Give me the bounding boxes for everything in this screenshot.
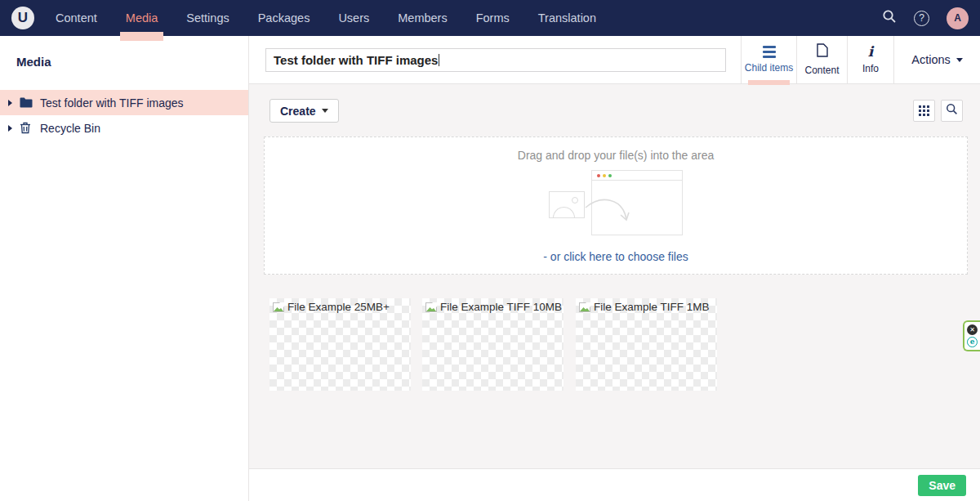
expand-caret-icon[interactable]	[8, 100, 12, 106]
broken-image-icon	[578, 301, 591, 317]
grid-view-button[interactable]	[913, 100, 935, 122]
sidebar: Media Test folder with TIFF images	[0, 36, 249, 501]
expand-caret-icon[interactable]	[8, 125, 12, 132]
umbraco-logo[interactable]: U	[11, 7, 34, 29]
media-card[interactable]: File Example TIFF 10MB	[422, 298, 564, 391]
tab-label: Child items	[745, 62, 793, 74]
green-dot-icon	[608, 174, 612, 177]
media-alt-text: File Example TIFF 10MB	[440, 301, 562, 314]
tab-child-items[interactable]: Child items	[741, 36, 796, 83]
list-icon	[763, 46, 776, 58]
nav-menu: Content Media Settings Packages Users Me…	[56, 0, 596, 36]
editor-footer: Save	[249, 468, 980, 501]
chevron-down-icon	[322, 109, 328, 113]
create-label: Create	[280, 105, 316, 118]
extension-overlay: ✕ e	[963, 320, 980, 351]
nav-item-packages[interactable]: Packages	[258, 0, 310, 36]
media-card[interactable]: File Example TIFF 1MB	[576, 298, 717, 391]
nav-item-members[interactable]: Members	[398, 0, 447, 36]
sidebar-section-title: Media	[16, 55, 248, 69]
tree-item-label: Recycle Bin	[40, 122, 100, 135]
dropzone-illustration	[549, 170, 683, 240]
drop-arrow-icon	[583, 196, 637, 230]
media-card[interactable]: File Example 25MB+	[270, 298, 411, 391]
info-icon: i	[868, 45, 873, 59]
tab-info[interactable]: i Info	[847, 36, 894, 83]
trash-icon	[20, 122, 33, 135]
nav-item-forms[interactable]: Forms	[476, 0, 510, 36]
dropzone-title: Drag and drop your file(s) into the area	[265, 149, 967, 162]
tree-item-test-folder[interactable]: Test folder with TIFF images	[0, 90, 248, 115]
nav-item-settings[interactable]: Settings	[186, 0, 229, 36]
nav-right-tools: ? A	[882, 7, 969, 29]
tab-label: Info	[862, 63, 879, 74]
choose-files-link[interactable]: - or click here to choose files	[265, 250, 967, 263]
tree-item-label: Test folder with TIFF images	[40, 96, 184, 110]
media-name-input[interactable]: Test folder with TIFF images	[265, 48, 726, 72]
yellow-dot-icon	[603, 174, 606, 177]
actions-label: Actions	[911, 53, 951, 66]
tab-label: Content	[804, 65, 839, 76]
editor-tabs: Child items Content i Info	[741, 36, 894, 83]
top-nav: U Content Media Settings Packages Users …	[0, 0, 980, 36]
broken-image-icon	[425, 301, 438, 317]
search-media-button[interactable]	[941, 100, 963, 122]
search-icon[interactable]	[882, 9, 897, 27]
chevron-down-icon	[956, 58, 963, 62]
image-placeholder-graphic	[549, 191, 585, 218]
actions-dropdown[interactable]: Actions	[894, 36, 980, 83]
extension-logo-icon[interactable]: e	[967, 337, 978, 347]
content-header: Test folder with TIFF images Child items…	[249, 36, 980, 84]
nav-item-content[interactable]: Content	[56, 0, 97, 36]
media-name-value: Test folder with TIFF images	[274, 53, 438, 67]
nav-item-media[interactable]: Media	[126, 0, 158, 36]
create-button[interactable]: Create	[270, 99, 339, 123]
folder-icon	[20, 96, 33, 110]
media-alt-text: File Example TIFF 1MB	[594, 301, 710, 314]
close-icon[interactable]: ✕	[967, 324, 978, 335]
avatar[interactable]: A	[947, 7, 969, 29]
red-dot-icon	[597, 174, 600, 177]
media-alt-text: File Example 25MB+	[287, 301, 390, 314]
content-area: Create Drag and drop your file(s) into t…	[249, 84, 980, 468]
help-icon[interactable]: ?	[914, 11, 929, 26]
search-icon	[946, 103, 958, 119]
media-tree: Test folder with TIFF images Recycle Bin	[0, 90, 248, 141]
nav-item-users[interactable]: Users	[338, 0, 369, 36]
file-dropzone[interactable]: Drag and drop your file(s) into the area…	[264, 136, 968, 275]
broken-image-icon	[272, 301, 285, 317]
text-cursor	[439, 54, 439, 66]
nav-item-translation[interactable]: Translation	[538, 0, 596, 36]
tree-item-recycle-bin[interactable]: Recycle Bin	[0, 115, 248, 141]
save-button[interactable]: Save	[918, 475, 966, 496]
tab-content[interactable]: Content	[796, 36, 847, 83]
grid-icon	[919, 105, 930, 117]
document-icon	[817, 43, 828, 60]
